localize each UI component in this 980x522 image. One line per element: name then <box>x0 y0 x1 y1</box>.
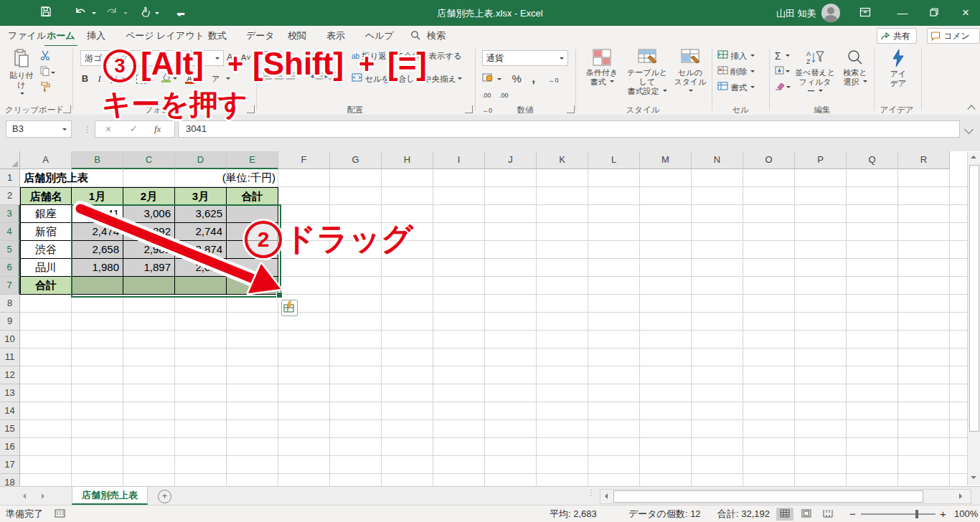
column-header-I[interactable]: I <box>433 151 485 169</box>
row-header-18[interactable]: 18 <box>0 474 20 486</box>
column-header-H[interactable]: H <box>382 151 433 169</box>
column-header-J[interactable]: J <box>485 151 537 169</box>
namebox-splitter[interactable]: ⋮ <box>83 125 90 134</box>
column-header-F[interactable]: F <box>278 151 330 169</box>
zoom-slider-thumb[interactable] <box>915 510 918 518</box>
row-header-13[interactable]: 13 <box>0 384 20 402</box>
font-dialog-launcher[interactable] <box>247 105 255 113</box>
cell-A5[interactable]: 渋谷 <box>20 241 72 259</box>
cell-E7[interactable] <box>227 277 278 295</box>
row-header-17[interactable]: 17 <box>0 456 20 474</box>
number-format-combo[interactable]: 通貨 <box>482 50 568 66</box>
ideas-button[interactable]: アイ デア <box>880 49 917 88</box>
tab-data[interactable]: データ <box>244 26 277 45</box>
cell-D2[interactable]: 3月 <box>175 187 227 205</box>
comment-button[interactable]: コメント <box>927 28 980 44</box>
normal-view-button[interactable] <box>776 508 793 521</box>
zoom-level[interactable]: 100% <box>954 508 978 520</box>
scroll-up-icon[interactable] <box>971 156 976 158</box>
avatar[interactable] <box>821 4 840 22</box>
column-header-P[interactable]: P <box>795 151 847 169</box>
accounting-format-dropdown[interactable] <box>497 78 501 82</box>
column-header-D[interactable]: D <box>175 151 227 169</box>
cell-E3[interactable] <box>227 205 278 223</box>
number-dialog-launcher[interactable] <box>567 105 575 113</box>
row-header-3[interactable]: 3 <box>0 205 20 223</box>
column-header-C[interactable]: C <box>123 151 175 169</box>
row-header-6[interactable]: 6 <box>0 259 20 277</box>
status-sum[interactable]: 合計: 32,192 <box>717 508 770 520</box>
share-button[interactable]: 共有 <box>877 28 917 44</box>
column-header-O[interactable]: O <box>743 151 795 169</box>
tab-help[interactable]: ヘルプ <box>363 26 396 45</box>
format-painter-button[interactable] <box>40 82 50 96</box>
row-header-8[interactable]: 8 <box>0 295 20 313</box>
tab-insert[interactable]: 挿入 <box>85 26 108 45</box>
cell-C5[interactable]: 2,981 <box>123 241 175 259</box>
insert-cells-button[interactable]: 挿入 <box>717 49 755 63</box>
select-all-corner[interactable] <box>0 151 20 169</box>
column-header-E[interactable]: E <box>227 151 278 169</box>
cell-C3[interactable]: 3,006 <box>123 205 175 223</box>
scroll-down-icon[interactable] <box>971 476 976 479</box>
autosum-button[interactable]: Σ <box>775 49 790 63</box>
cell-D3[interactable]: 3,625 <box>175 205 227 223</box>
cell-D6[interactable]: 2,020 <box>175 259 227 277</box>
page-layout-view-button[interactable] <box>798 508 815 521</box>
accounting-format-button[interactable] <box>482 75 496 84</box>
status-average[interactable]: 平均: 2,683 <box>550 508 597 520</box>
alignment-dialog-launcher[interactable] <box>465 105 473 113</box>
zoom-slider-track[interactable] <box>861 513 936 515</box>
horizontal-scrollbar[interactable] <box>600 489 971 504</box>
row-header-11[interactable]: 11 <box>0 348 20 366</box>
horizontal-scroll-thumb[interactable] <box>613 490 923 503</box>
cell-A4[interactable]: 新宿 <box>20 223 72 241</box>
cell-D7[interactable] <box>175 277 227 295</box>
format-cells-button[interactable]: 書式 <box>717 80 755 95</box>
cell-C4[interactable]: 2,892 <box>123 223 175 241</box>
sort-filter-button[interactable]: AZ 並べ替えと フィルター <box>795 49 835 96</box>
fill-handle[interactable] <box>276 292 283 298</box>
tab-review[interactable]: 校閲 <box>286 26 308 45</box>
cell-C6[interactable]: 1,897 <box>123 259 175 277</box>
zoom-in-button[interactable]: + <box>940 508 946 520</box>
conditional-formatting-button[interactable]: 条件付き 書式 <box>581 49 623 87</box>
sheet-prev-icon[interactable] <box>23 493 26 499</box>
cell-D4[interactable]: 2,744 <box>175 223 227 241</box>
delete-cells-button[interactable]: 削除 <box>717 65 755 79</box>
sheet-next-icon[interactable] <box>42 493 44 499</box>
row-header-5[interactable]: 5 <box>0 241 20 259</box>
cell-B4[interactable]: 2,474 <box>72 223 123 241</box>
tab-view[interactable]: 表示 <box>324 26 347 45</box>
row-header-14[interactable]: 14 <box>0 402 20 420</box>
copy-button[interactable] <box>40 66 55 80</box>
percent-style-button[interactable]: % <box>512 72 522 85</box>
cell-D1[interactable]: (単位:千円) <box>175 169 278 187</box>
status-count[interactable]: データの個数: 12 <box>628 508 701 520</box>
column-header-Q[interactable]: Q <box>847 151 898 169</box>
scroll-right-icon[interactable] <box>959 493 962 499</box>
vertical-scrollbar[interactable] <box>967 152 980 485</box>
row-header-2[interactable]: 2 <box>0 187 20 205</box>
row-header-15[interactable]: 15 <box>0 420 20 438</box>
column-header-N[interactable]: N <box>692 151 743 169</box>
row-header-1[interactable]: 1 <box>0 169 20 187</box>
column-header-M[interactable]: M <box>640 151 692 169</box>
clear-button[interactable] <box>775 80 791 95</box>
row-header-7[interactable]: 7 <box>0 277 20 295</box>
clipboard-dialog-launcher[interactable] <box>63 105 71 113</box>
tab-home[interactable]: ホーム <box>44 26 77 47</box>
tab-file[interactable]: ファイル <box>6 26 48 45</box>
cell-D5[interactable]: 2,874 <box>175 241 227 259</box>
comma-style-button[interactable]: , <box>532 72 535 85</box>
accessibility-icon[interactable] <box>55 508 65 521</box>
cell-A2[interactable]: 店舗名 <box>20 187 72 205</box>
expand-formula-bar-icon[interactable] <box>964 125 974 134</box>
cell-C7[interactable] <box>123 277 175 295</box>
cell-A7[interactable]: 合計 <box>20 277 72 295</box>
zoom-out-button[interactable]: − <box>849 508 856 520</box>
italic-button[interactable]: I <box>93 72 105 86</box>
cell-B3[interactable]: 3,041 <box>72 205 123 223</box>
scroll-left-icon[interactable] <box>605 493 608 499</box>
row-header-12[interactable]: 12 <box>0 366 20 384</box>
